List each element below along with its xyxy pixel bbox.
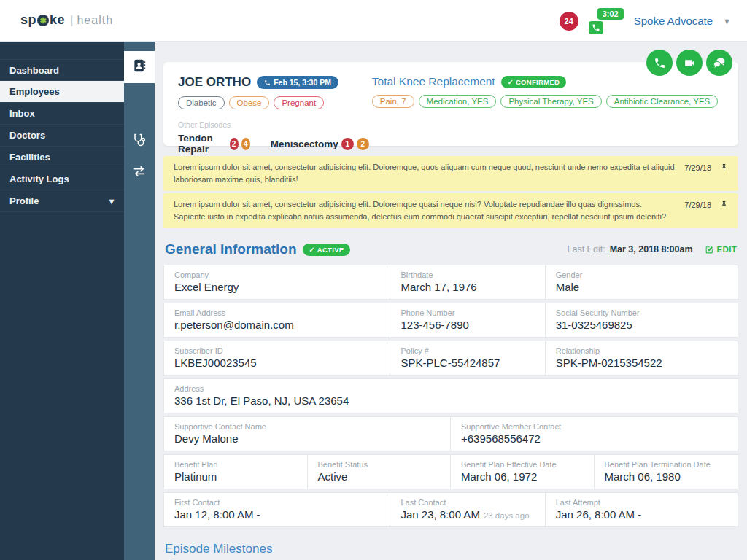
logo-divider: |	[70, 13, 73, 28]
field-benefit-status: Benefit StatusActive	[308, 455, 452, 489]
field-value: 31-0325469825	[556, 319, 727, 331]
field-company: CompanyExcel Energy	[164, 265, 390, 299]
field-value: Excel Energy	[174, 281, 379, 293]
episode-name: Meniscectomy	[271, 139, 338, 149]
note-date: 7/29/18	[684, 163, 711, 172]
field-address: Address336 1st Dr, El Paso, NJ, USA 2365…	[164, 379, 738, 413]
confirmed-badge: ✓CONFIRMED	[501, 76, 567, 88]
tool-strip	[124, 42, 155, 560]
last-contact-date: Feb 15, 3:30 PM	[274, 78, 331, 87]
call-timer-badge: 3:02	[597, 8, 624, 20]
sidebar-item-inbox[interactable]: Inbox	[0, 103, 124, 125]
tab-contact-card[interactable]	[124, 51, 155, 83]
field-benefit-effective: Benefit Plan Effective DateMarch 06, 197…	[451, 455, 595, 489]
episode-tendon-repair[interactable]: Tendon Repair 2 4	[178, 133, 250, 155]
field-label: Subscriber ID	[174, 346, 379, 355]
note-item: Lorem ipsum dolor sit amet, consectetur …	[163, 193, 738, 228]
tag-obese[interactable]: Obese	[229, 96, 270, 109]
active-badge: ✓ACTIVE	[303, 244, 351, 256]
field-value: Jan 12, 8:00 AM -	[174, 508, 379, 521]
notification-badge[interactable]: 24	[560, 12, 578, 31]
field-subscriber-id: Subscriber IDLKBEJ00023545	[164, 341, 390, 375]
other-episodes-label: Other Episodes	[178, 120, 369, 129]
tag-pain[interactable]: Pain, 7	[372, 95, 414, 108]
field-value: Male	[556, 281, 727, 293]
pencil-icon	[705, 245, 714, 254]
field-label: Social Security Number	[556, 308, 727, 317]
field-value: SPK-PLC-55424857	[400, 357, 534, 369]
field-value: Platinum	[174, 470, 297, 483]
episode-title[interactable]: Total Knee Replacement	[372, 75, 495, 88]
field-label: Birthdate	[400, 271, 534, 279]
field-ssn: Social Security Number31-0325469825	[546, 303, 738, 337]
field-label: Supportive Member Contact	[461, 422, 727, 431]
tag-physical-therapy[interactable]: Physical Therapy, YES	[500, 95, 601, 108]
field-label: Email Address	[174, 308, 379, 317]
field-value: 336 1st Dr, El Paso, NJ, USA 23654	[174, 394, 727, 407]
call-button[interactable]	[646, 50, 673, 76]
top-bar: sp✱ke | health 24 3:02 Spoke Advocate ▼	[0, 0, 747, 42]
chat-button[interactable]	[706, 50, 732, 76]
field-relationship: RelationshipSPK-PM-0215354522	[546, 341, 738, 375]
field-label: Benefit Plan Effective Date	[461, 460, 584, 469]
sidebar-item-activity-logs[interactable]: Activity Logs	[0, 168, 124, 190]
field-label: Address	[174, 384, 727, 393]
last-edit-value: Mar 3, 2018 8:00am	[610, 244, 693, 254]
check-icon: ✓	[508, 78, 514, 86]
active-call-widget[interactable]: 3:02	[589, 8, 624, 34]
tag-medication[interactable]: Medication, YES	[419, 95, 497, 108]
field-birthdate: BirthdateMarch 17, 1976	[390, 265, 545, 299]
episode-red-badge: 2	[230, 138, 239, 150]
edit-label: EDIT	[717, 245, 737, 254]
field-value: Jan 23, 8:00 AM23 days ago	[400, 508, 534, 521]
last-contact-pill[interactable]: Feb 15, 3:30 PM	[257, 76, 338, 89]
user-menu[interactable]: Spoke Advocate	[634, 15, 713, 27]
field-value: Jan 26, 8:00 AM -	[556, 508, 727, 521]
sidebar-item-profile[interactable]: Profile▾	[0, 190, 124, 212]
field-benefit-termination: Benefit Plan Termination DateMarch 06, 1…	[595, 455, 738, 489]
field-label: Last Contact	[400, 498, 534, 507]
sidebar-nav: Dashboard Employees Inbox Doctors Facili…	[0, 42, 124, 560]
tag-pregnant[interactable]: Pregnant	[274, 96, 324, 109]
field-label: Benefit Status	[318, 460, 441, 469]
stethoscope-icon[interactable]	[124, 129, 155, 151]
field-value: r.peterson@domain.com	[174, 319, 379, 331]
sidebar-item-employees[interactable]: Employees	[0, 81, 124, 103]
episode-tags: Pain, 7 Medication, YES Physical Therapy…	[372, 95, 724, 108]
phone-icon	[264, 79, 271, 86]
field-phone: Phone Number123-456-7890	[390, 303, 545, 337]
logo-star-icon: ✱	[37, 15, 49, 26]
field-value: March 06, 1972	[461, 470, 584, 483]
app-logo: sp✱ke | health	[20, 12, 113, 28]
transfer-arrows-icon[interactable]	[124, 160, 155, 182]
tag-antibiotic-clearance[interactable]: Antibiotic Clearance, YES	[606, 95, 718, 108]
field-value: March 17, 1976	[400, 281, 534, 293]
active-label: ACTIVE	[317, 246, 344, 254]
field-value: LKBEJ00023545	[174, 357, 379, 369]
field-label: Benefit Plan Termination Date	[605, 460, 728, 469]
edit-button[interactable]: EDIT	[705, 245, 737, 254]
tag-diabetic[interactable]: Diabetic	[178, 96, 225, 109]
sidebar-item-doctors[interactable]: Doctors	[0, 125, 124, 147]
video-call-button[interactable]	[676, 50, 703, 76]
chevron-down-icon[interactable]: ▼	[723, 17, 731, 26]
section-title: General Information	[165, 241, 297, 257]
general-info-grid: CompanyExcel Energy BirthdateMarch 17, 1…	[163, 265, 738, 527]
field-label: Last Attempt	[556, 498, 727, 507]
note-text: Lorem ipsum dolor sit amet, consectetur …	[174, 198, 676, 223]
sidebar-item-dashboard[interactable]: Dashboard	[0, 59, 124, 81]
note-item: Lorem ipsum dolor sit amet, consectetur …	[163, 156, 738, 191]
episode-meniscectomy[interactable]: Meniscectomy 1 2	[271, 133, 369, 155]
logo-suffix: health	[77, 14, 113, 27]
phone-icon	[589, 21, 603, 34]
episode-name: Tendon Repair	[178, 133, 227, 155]
pin-icon[interactable]	[720, 200, 728, 213]
condition-tags: Diabetic Obese Pregnant	[178, 96, 369, 109]
main-content: JOE ORTHO Feb 15, 3:30 PM Diabetic Obese…	[155, 42, 747, 560]
general-info-header: General Information ✓ACTIVE Last Edit: M…	[163, 241, 738, 257]
note-text: Lorem ipsum dolor sit amet, consectetur …	[174, 161, 676, 186]
sidebar-item-facilities[interactable]: Facilities	[0, 147, 124, 168]
field-last-attempt: Last AttemptJan 26, 8:00 AM -	[546, 493, 738, 526]
field-value: Devy Malone	[174, 432, 440, 445]
pin-icon[interactable]	[720, 163, 728, 176]
